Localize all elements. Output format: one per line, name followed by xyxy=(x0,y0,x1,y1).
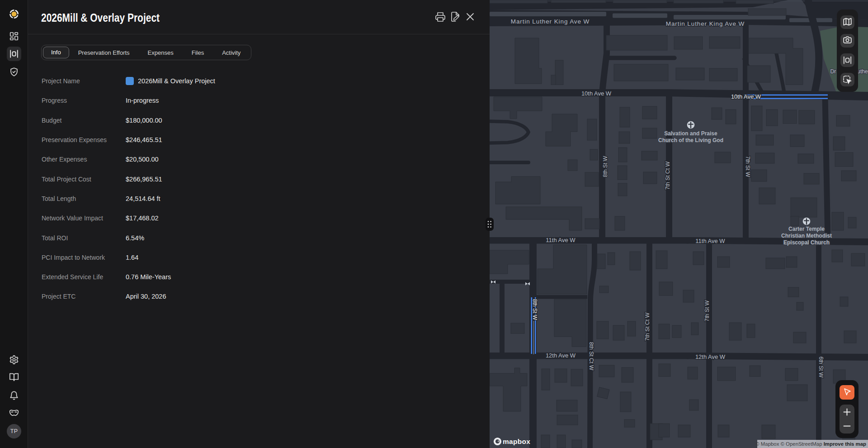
svg-text:Dr: Dr xyxy=(830,68,836,75)
svg-text:Episcopal Church: Episcopal Church xyxy=(783,239,830,246)
svg-text:7th St Ct W: 7th St Ct W xyxy=(665,161,671,190)
svg-text:7th St W: 7th St W xyxy=(745,156,751,177)
svg-text:10th Ave W: 10th Ave W xyxy=(731,93,761,100)
svg-text:7th St W: 7th St W xyxy=(704,300,710,321)
svg-text:10th Ave W: 10th Ave W xyxy=(581,90,612,97)
svg-text:Christian Methodist: Christian Methodist xyxy=(781,233,832,239)
svg-text:7th St Ct W: 7th St Ct W xyxy=(644,312,651,341)
svg-text:Carter Temple: Carter Temple xyxy=(788,226,825,232)
svg-text:8th St W: 8th St W xyxy=(602,156,609,177)
svg-text:© Mapbox © OpenStreetMap Impr: © Mapbox © OpenStreetMap Improve this ma… xyxy=(755,441,866,447)
svg-text:Church of the Living God: Church of the Living God xyxy=(658,137,723,143)
svg-text:11th Ave W: 11th Ave W xyxy=(695,238,725,244)
svg-text:11th Ave W: 11th Ave W xyxy=(546,237,576,243)
svg-text:6th St W: 6th St W xyxy=(818,357,824,378)
svg-text:Martin Luther King Ave W: Martin Luther King Ave W xyxy=(511,18,590,25)
svg-text:Salvation and Praise: Salvation and Praise xyxy=(664,130,717,137)
svg-text:8th St Ct W: 8th St Ct W xyxy=(588,342,594,371)
svg-text:8th St W: 8th St W xyxy=(532,299,538,320)
svg-text:uther: uther xyxy=(857,68,868,75)
svg-text:12th Ave W: 12th Ave W xyxy=(546,352,576,359)
svg-text:Martin Luther King Ave W: Martin Luther King Ave W xyxy=(666,20,745,27)
svg-text:mapbox: mapbox xyxy=(503,438,530,445)
svg-text:12th Ave W: 12th Ave W xyxy=(695,353,726,360)
